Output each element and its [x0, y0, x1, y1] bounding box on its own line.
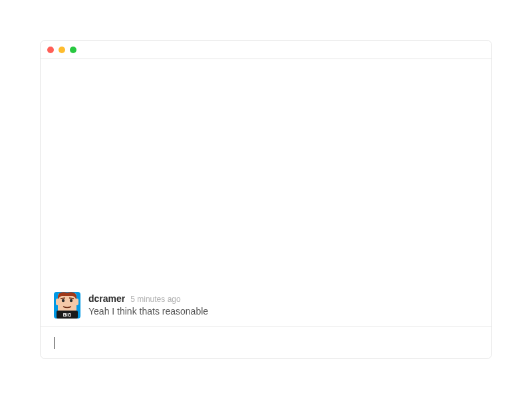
text-cursor-icon	[54, 337, 55, 349]
svg-rect-2	[56, 299, 59, 305]
message-body: dcramer 5 minutes ago Yeah I think thats…	[88, 292, 478, 319]
timestamp: 5 minutes ago	[130, 295, 180, 304]
message-text: Yeah I think thats reasonable	[88, 305, 478, 319]
svg-rect-3	[75, 299, 78, 305]
close-icon[interactable]	[47, 47, 54, 53]
message-header: dcramer 5 minutes ago	[88, 293, 478, 304]
app-window: BIG dcramer 5 minutes ago Yeah I think t…	[40, 40, 492, 359]
username[interactable]: dcramer	[88, 293, 125, 304]
minimize-icon[interactable]	[59, 47, 65, 53]
chat-message: BIG dcramer 5 minutes ago Yeah I think t…	[54, 292, 478, 319]
svg-text:BIG: BIG	[63, 313, 72, 317]
avatar[interactable]: BIG	[54, 292, 80, 319]
svg-point-4	[62, 299, 65, 302]
message-list: BIG dcramer 5 minutes ago Yeah I think t…	[41, 59, 491, 327]
message-input[interactable]	[41, 327, 491, 358]
svg-point-5	[70, 299, 72, 302]
window-titlebar	[41, 41, 491, 59]
maximize-icon[interactable]	[70, 47, 76, 53]
